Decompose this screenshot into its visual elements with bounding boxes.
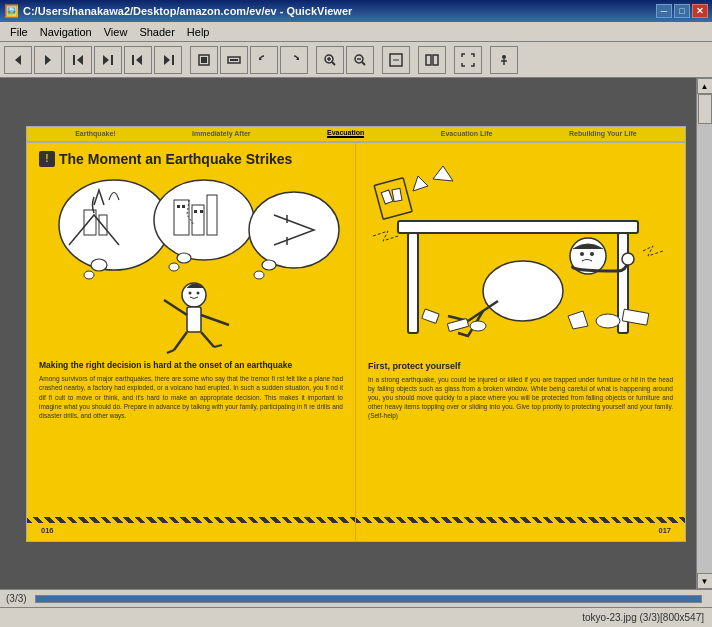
scroll-up-button[interactable]: ▲ bbox=[697, 78, 713, 94]
svg-point-32 bbox=[91, 259, 107, 271]
tab-evacuation-life[interactable]: Evacuation Life bbox=[441, 130, 493, 137]
progress-track[interactable] bbox=[35, 595, 702, 603]
menu-view[interactable]: View bbox=[98, 24, 134, 40]
minimize-button[interactable]: ─ bbox=[656, 4, 672, 18]
menu-bar: File Navigation View Shader Help bbox=[0, 22, 712, 42]
right-page-number: 017 bbox=[658, 526, 671, 535]
left-page-number: 016 bbox=[41, 526, 54, 535]
title-bar: 🖼️ C:/Users/hanakawa2/Desktop/amazon.com… bbox=[0, 0, 712, 22]
svg-line-23 bbox=[362, 62, 365, 65]
scroll-track bbox=[697, 94, 712, 573]
svg-rect-27 bbox=[433, 55, 438, 65]
warning-icon: ! bbox=[39, 151, 55, 167]
app-icon: 🖼️ bbox=[4, 4, 19, 18]
svg-rect-45 bbox=[200, 210, 203, 213]
svg-rect-43 bbox=[182, 205, 185, 208]
status-bar: tokyo-23.jpg (3/3)[800x547] bbox=[0, 607, 712, 627]
svg-point-38 bbox=[169, 263, 179, 271]
svg-rect-66 bbox=[422, 308, 440, 323]
svg-point-46 bbox=[249, 192, 339, 268]
fit-window-button[interactable] bbox=[382, 46, 410, 74]
rotate-left-button[interactable] bbox=[250, 46, 278, 74]
left-page: ! The Moment an Earthquake Strikes bbox=[27, 143, 356, 541]
svg-marker-0 bbox=[15, 55, 21, 65]
prev-button[interactable] bbox=[4, 46, 32, 74]
rotate-right-button[interactable] bbox=[280, 46, 308, 74]
svg-rect-26 bbox=[426, 55, 431, 65]
shelter-illustration bbox=[368, 151, 668, 361]
svg-point-47 bbox=[262, 260, 276, 270]
svg-point-28 bbox=[502, 55, 506, 59]
svg-marker-1 bbox=[45, 55, 51, 65]
menu-navigation[interactable]: Navigation bbox=[34, 24, 98, 40]
title-bar-left: 🖼️ C:/Users/hanakawa2/Desktop/amazon.com… bbox=[4, 4, 352, 18]
svg-marker-62 bbox=[433, 166, 453, 181]
svg-rect-67 bbox=[447, 318, 468, 331]
svg-point-31 bbox=[59, 180, 169, 270]
zoom-out-button[interactable] bbox=[346, 46, 374, 74]
navigation-tabs: Earthquake! Immediately After Evacuation… bbox=[26, 126, 686, 142]
page-spread: Earthquake! Immediately After Evacuation… bbox=[0, 78, 712, 589]
svg-rect-14 bbox=[230, 59, 238, 61]
svg-rect-54 bbox=[408, 233, 418, 333]
page-indicator: (3/3) bbox=[6, 593, 27, 604]
tab-rebuilding[interactable]: Rebuilding Your Life bbox=[569, 130, 637, 137]
right-body-text: In a strong earthquake, you could be inj… bbox=[368, 375, 673, 420]
skip-prev-button[interactable] bbox=[64, 46, 92, 74]
svg-line-20 bbox=[332, 62, 335, 65]
svg-point-59 bbox=[590, 252, 594, 256]
svg-point-70 bbox=[596, 314, 620, 328]
menu-file[interactable]: File bbox=[4, 24, 34, 40]
svg-marker-61 bbox=[413, 176, 428, 191]
chapter-next-button[interactable] bbox=[154, 46, 182, 74]
svg-point-56 bbox=[483, 261, 563, 321]
svg-point-68 bbox=[470, 321, 486, 331]
tab-evacuation[interactable]: Evacuation bbox=[327, 129, 364, 138]
svg-marker-69 bbox=[568, 311, 588, 329]
svg-rect-65 bbox=[392, 188, 402, 201]
tab-earthquake[interactable]: Earthquake! bbox=[75, 130, 115, 137]
maximize-button[interactable]: □ bbox=[674, 4, 690, 18]
svg-rect-44 bbox=[194, 210, 197, 213]
chapter-prev-button[interactable] bbox=[124, 46, 152, 74]
svg-rect-50 bbox=[187, 307, 201, 332]
svg-rect-53 bbox=[398, 221, 638, 233]
close-button[interactable]: ✕ bbox=[692, 4, 708, 18]
left-body-text: Among survivors of major earthquakes, th… bbox=[39, 374, 343, 419]
pin-button[interactable] bbox=[490, 46, 518, 74]
next-button[interactable] bbox=[34, 46, 62, 74]
zoom-in-button[interactable] bbox=[316, 46, 344, 74]
svg-rect-64 bbox=[381, 189, 393, 203]
width-fit-button[interactable] bbox=[220, 46, 248, 74]
svg-rect-42 bbox=[177, 205, 180, 208]
svg-point-60 bbox=[622, 253, 634, 265]
tab-immediately-after[interactable]: Immediately After bbox=[192, 130, 250, 137]
scroll-thumb[interactable] bbox=[698, 94, 712, 124]
window-title: C:/Users/hanakawa2/Desktop/amazon.com/ev… bbox=[23, 5, 352, 17]
window-controls[interactable]: ─ □ ✕ bbox=[656, 4, 708, 18]
page-fit-button[interactable] bbox=[190, 46, 218, 74]
right-sub-title: First, protect yourself bbox=[368, 361, 673, 371]
book-pages: 1 ! The Moment an Earthquake Strikes bbox=[26, 142, 686, 542]
svg-marker-5 bbox=[103, 55, 109, 65]
svg-rect-9 bbox=[172, 55, 174, 65]
scroll-down-button[interactable]: ▼ bbox=[697, 573, 713, 589]
right-illustration bbox=[368, 151, 673, 361]
left-section-title: The Moment an Earthquake Strikes bbox=[59, 151, 292, 168]
menu-shader[interactable]: Shader bbox=[133, 24, 180, 40]
book-view-button[interactable] bbox=[418, 46, 446, 74]
menu-help[interactable]: Help bbox=[181, 24, 216, 40]
left-sub-title: Making the right decision is hard at the… bbox=[39, 360, 343, 371]
fullscreen-button[interactable] bbox=[454, 46, 482, 74]
progress-fill bbox=[36, 596, 701, 602]
toolbar bbox=[0, 42, 712, 78]
svg-point-52 bbox=[197, 292, 200, 295]
status-filename: tokyo-23.jpg (3/3)[800x547] bbox=[582, 612, 704, 623]
svg-point-51 bbox=[189, 292, 192, 295]
svg-point-48 bbox=[254, 271, 264, 279]
left-heading: ! The Moment an Earthquake Strikes bbox=[39, 151, 343, 172]
svg-rect-12 bbox=[201, 57, 207, 63]
svg-rect-4 bbox=[111, 55, 113, 65]
skip-next-button[interactable] bbox=[94, 46, 122, 74]
scrollbar[interactable]: ▲ ▼ bbox=[696, 78, 712, 589]
